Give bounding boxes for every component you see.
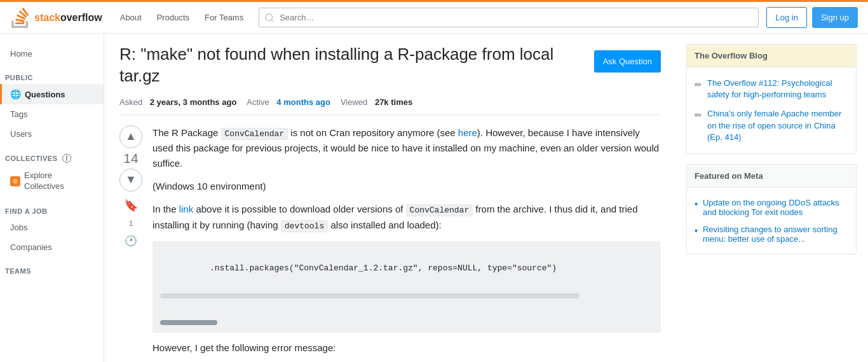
convcalendar-code-2: ConvCalendar xyxy=(406,204,473,216)
question-title: R: "make" not found when installing a R-… xyxy=(119,44,594,87)
nav-products[interactable]: Products xyxy=(149,6,197,29)
pencil-icon-1: ✏ xyxy=(695,79,702,92)
history-button[interactable]: 🕐 xyxy=(119,230,142,253)
question-body: ▲ 14 ▼ 🔖 1 🕐 The R Package ConvCalendar … xyxy=(119,125,661,362)
scrollbar-thumb-1[interactable] xyxy=(160,320,217,325)
overflow-blog-item-1: ✏ The Overflow #112: Psychological safet… xyxy=(695,74,848,104)
header-buttons: Log in Sign up xyxy=(766,7,858,28)
sidebar-item-home[interactable]: Home xyxy=(0,44,104,64)
meta-square-icon-1: ▪ xyxy=(695,198,698,209)
main-content: R: "make" not found when installing a R-… xyxy=(104,34,676,362)
active-time: 4 months ago xyxy=(276,97,330,107)
viewed-count: 27k times xyxy=(375,97,412,107)
viewed-meta: Viewed 27k times xyxy=(341,97,412,107)
convcalendar-code-1: ConvCalendar xyxy=(221,128,288,140)
meta-link-1[interactable]: Update on the ongoing DDoS attacks and b… xyxy=(703,198,848,217)
vote-count: 14 xyxy=(123,151,138,166)
post-para-windows: (Windows 10 environment) xyxy=(153,179,661,194)
meta-square-icon-2: ▪ xyxy=(695,225,698,235)
logo-text: stackoverflow xyxy=(34,12,102,24)
here-link[interactable]: here xyxy=(458,127,477,138)
overflow-blog-body: ✏ The Overflow #112: Psychological safet… xyxy=(687,67,856,153)
scrollbar-track-1[interactable] xyxy=(160,293,580,298)
sidebar-section-public: PUBLIC xyxy=(0,64,104,84)
question-header-left: R: "make" not found when installing a R-… xyxy=(119,44,594,92)
login-button[interactable]: Log in xyxy=(766,7,806,28)
sidebar: Home PUBLIC 🌐 Questions Tags Users COLLE… xyxy=(0,34,104,362)
nav-about[interactable]: About xyxy=(112,6,149,29)
featured-meta-header: Featured on Meta xyxy=(687,165,856,188)
post-para-2: In the link above it is possible to down… xyxy=(153,202,661,233)
search-input[interactable] xyxy=(259,8,759,27)
sidebar-item-companies[interactable]: Companies xyxy=(0,237,104,257)
post-content: The R Package ConvCalendar is not on Cra… xyxy=(153,125,661,362)
search-bar xyxy=(259,8,759,27)
overflow-blog-link-2[interactable]: China's only female Apache member on the… xyxy=(707,108,848,143)
logo[interactable]: stackoverflow xyxy=(10,8,102,28)
devtools-code: devtools xyxy=(281,220,328,232)
featured-meta-widget: Featured on Meta ▪ Update on the ongoing… xyxy=(686,164,857,254)
link-link[interactable]: link xyxy=(179,204,194,214)
overflow-blog-item-2: ✏ China's only female Apache member on t… xyxy=(695,104,848,147)
collectives-icon: ⚙ xyxy=(10,176,20,186)
question-meta: Asked 2 years, 3 months ago Active 4 mon… xyxy=(119,97,661,115)
sidebar-section-teams: TEAMS xyxy=(0,257,104,277)
overflow-blog-link-1[interactable]: The Overflow #112: Psychological safety … xyxy=(707,78,848,101)
active-meta: Active 4 months ago xyxy=(247,97,330,107)
sidebar-item-questions[interactable]: 🌐 Questions xyxy=(0,84,104,104)
post-para-error: However, I get the following error messa… xyxy=(153,340,661,356)
sidebar-section-collectives: COLLECTIVES i xyxy=(0,144,104,165)
post-para-1: The R Package ConvCalendar is not on Cra… xyxy=(153,125,661,172)
sidebar-item-users[interactable]: Users xyxy=(0,124,104,144)
upvote-button[interactable]: ▲ xyxy=(119,125,142,148)
collectives-info-icon[interactable]: i xyxy=(62,154,71,163)
header: stackoverflow About Products For Teams L… xyxy=(0,2,868,34)
code-block-1: .nstall.packages("ConvCalendar_1.2.tar.g… xyxy=(153,241,661,333)
meta-item-1: ▪ Update on the ongoing DDoS attacks and… xyxy=(695,194,848,221)
overflow-blog-widget: The Overflow Blog ✏ The Overflow #112: P… xyxy=(686,44,857,154)
featured-meta-body: ▪ Update on the ongoing DDoS attacks and… xyxy=(687,188,856,254)
meta-item-2: ▪ Revisiting changes to answer sorting m… xyxy=(695,221,848,247)
vote-cell: ▲ 14 ▼ 🔖 1 🕐 xyxy=(119,125,142,362)
globe-icon: 🌐 xyxy=(10,89,21,99)
signup-button[interactable]: Sign up xyxy=(812,7,858,28)
explore-collectives-label: ExploreCollectives xyxy=(24,171,64,192)
pencil-icon-2: ✏ xyxy=(695,109,702,122)
sidebar-item-jobs[interactable]: Jobs xyxy=(0,218,104,237)
sidebar-item-tags[interactable]: Tags xyxy=(0,104,104,124)
overflow-blog-header: The Overflow Blog xyxy=(687,45,856,67)
bookmark-button[interactable]: 🔖 xyxy=(119,194,142,217)
downvote-button[interactable]: ▼ xyxy=(119,169,142,191)
sidebar-item-explore-collectives[interactable]: ⚙ ExploreCollectives xyxy=(0,165,104,197)
question-header: R: "make" not found when installing a R-… xyxy=(119,44,661,92)
ask-question-button[interactable]: Ask Question xyxy=(594,50,661,73)
meta-link-2[interactable]: Revisiting changes to answer sorting men… xyxy=(703,225,848,244)
bookmark-count: 1 xyxy=(129,219,133,227)
page-layout: Home PUBLIC 🌐 Questions Tags Users COLLE… xyxy=(0,34,868,362)
nav-for-teams[interactable]: For Teams xyxy=(197,6,251,29)
right-sidebar: The Overflow Blog ✏ The Overflow #112: P… xyxy=(676,34,867,362)
asked-meta: Asked 2 years, 3 months ago xyxy=(119,97,236,107)
logo-icon xyxy=(10,8,31,28)
asked-time: 2 years, 3 months ago xyxy=(150,97,237,107)
sidebar-section-find-job: FIND A JOB xyxy=(0,197,104,218)
